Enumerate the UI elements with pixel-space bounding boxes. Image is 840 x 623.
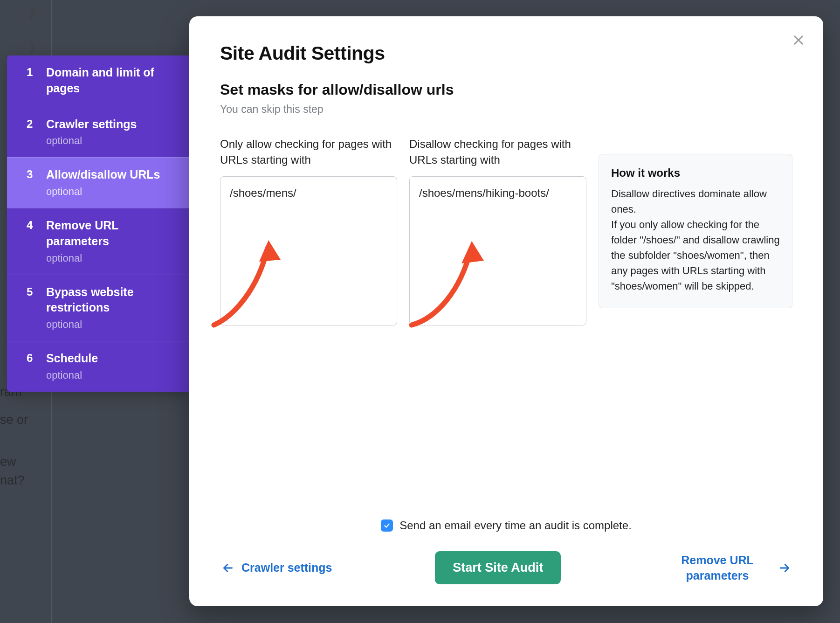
wizard-step-number: 5 [27, 284, 35, 331]
wizard-step-number: 4 [27, 218, 35, 264]
close-button[interactable] [789, 30, 808, 50]
next-button[interactable]: Remove URL parameters [662, 548, 792, 588]
wizard-step-bypass[interactable]: 5 Bypass website restrictions optional [7, 275, 190, 341]
next-label: Remove URL parameters [664, 553, 771, 583]
info-panel: How it works Disallow directives dominat… [599, 154, 792, 308]
modal-footer: Send an email every time an audit is com… [220, 519, 792, 606]
disallow-column: Disallow checking for pages with URLs st… [409, 136, 586, 327]
wizard-step-schedule[interactable]: 6 Schedule optional [7, 341, 190, 392]
allow-masks-input[interactable] [220, 176, 397, 325]
primary-label: Start Site Audit [453, 561, 543, 575]
wizard-nav: 1 Domain and limit of pages 2 Crawler se… [7, 55, 190, 392]
wizard-step-domain[interactable]: 1 Domain and limit of pages [7, 55, 190, 107]
wizard-step-crawler[interactable]: 2 Crawler settings optional [7, 107, 190, 158]
modal-title: Site Audit Settings [220, 42, 792, 64]
wizard-step-number: 2 [27, 117, 35, 147]
wizard-step-optional: optional [46, 318, 178, 331]
wizard-step-number: 3 [27, 167, 35, 198]
wizard-step-optional: optional [46, 369, 178, 381]
wizard-step-label: Domain and limit of pages [46, 65, 178, 97]
email-checkbox[interactable] [381, 519, 393, 532]
wizard-step-label: Bypass website restrictions [46, 284, 178, 316]
info-title: How it works [611, 166, 780, 180]
back-label: Crawler settings [241, 560, 332, 575]
wizard-step-label: Crawler settings [46, 117, 178, 132]
settings-modal: Site Audit Settings Set masks for allow/… [189, 16, 823, 606]
wizard-step-label: Remove URL parameters [46, 218, 178, 249]
wizard-step-label: Allow/disallow URLs [46, 167, 178, 183]
wizard-step-number: 1 [27, 65, 35, 97]
wizard-step-allow-disallow[interactable]: 3 Allow/disallow URLs optional [7, 157, 190, 208]
allow-label: Only allow checking for pages with URLs … [220, 136, 397, 170]
info-body: If you only allow checking for the folde… [611, 217, 780, 294]
check-icon [383, 522, 391, 529]
step-title: Set masks for allow/disallow urls [220, 81, 792, 98]
disallow-masks-input[interactable] [409, 176, 586, 325]
info-body: Disallow directives dominate allow ones. [611, 186, 780, 217]
wizard-step-number: 6 [27, 351, 35, 381]
close-icon [792, 34, 805, 47]
wizard-step-optional: optional [46, 135, 178, 147]
allow-column: Only allow checking for pages with URLs … [220, 136, 397, 327]
arrow-right-icon [778, 562, 791, 574]
start-audit-button[interactable]: Start Site Audit [435, 551, 561, 584]
back-button[interactable]: Crawler settings [220, 555, 334, 580]
wizard-step-optional: optional [46, 186, 178, 198]
wizard-step-label: Schedule [46, 351, 178, 367]
wizard-step-optional: optional [46, 252, 178, 264]
skip-hint: You can skip this step [220, 103, 792, 116]
disallow-label: Disallow checking for pages with URLs st… [409, 136, 586, 170]
wizard-step-remove-params[interactable]: 4 Remove URL parameters optional [7, 208, 190, 275]
email-label: Send an email every time an audit is com… [399, 519, 632, 532]
arrow-left-icon [222, 562, 234, 574]
